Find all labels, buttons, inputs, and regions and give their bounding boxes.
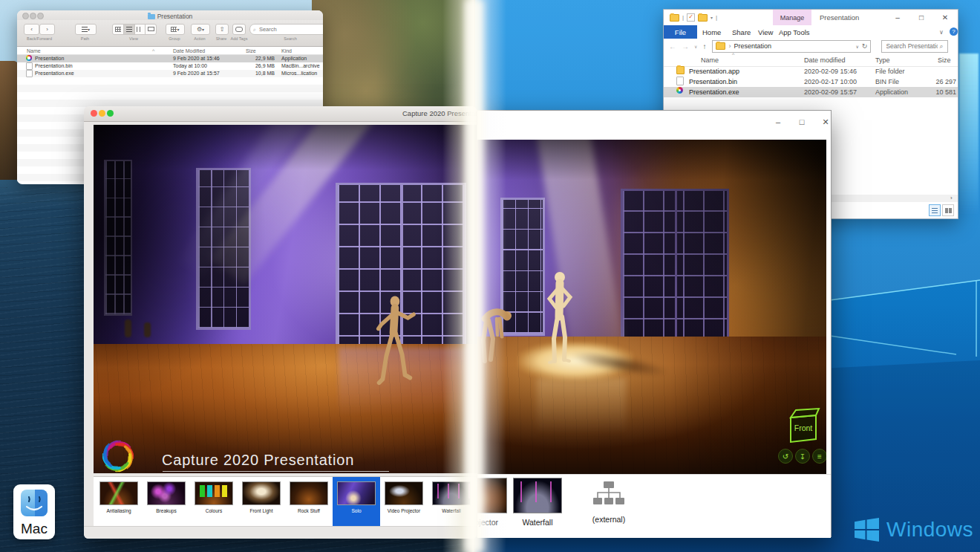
share-button[interactable]: ⇧: [215, 24, 229, 35]
ribbon-collapse-icon[interactable]: ∨: [939, 29, 944, 36]
details-view-toggle[interactable]: [929, 204, 941, 216]
mannequin-figure: [144, 322, 151, 337]
finder-column-headers: Name ^ Date Modified Size Kind: [17, 47, 323, 55]
scene-thumbnail[interactable]: Breakups: [145, 477, 188, 527]
explorer-titlebar[interactable]: | ✓ ▾| Manage Presentation – □ ✕: [664, 10, 958, 25]
pan-icon[interactable]: ↧: [795, 449, 810, 464]
path-button[interactable]: ▾: [75, 24, 97, 35]
breadcrumb[interactable]: Presentation: [734, 42, 771, 50]
table-row[interactable]: Presentation.binToday at 10:00 26,9 MBMa…: [17, 62, 323, 70]
scene-thumbnail[interactable]: Colours: [192, 477, 235, 527]
folder-icon[interactable]: [670, 14, 679, 22]
recent-locations-icon[interactable]: ∨: [694, 44, 697, 49]
scene-thumbnail[interactable]: Projector: [477, 475, 507, 527]
explorer-search-box[interactable]: ⌕: [881, 40, 948, 53]
column-header-kind[interactable]: Kind: [281, 48, 292, 53]
close-icon[interactable]: [91, 110, 97, 117]
capture-app-window-windows[interactable]: – □ ✕: [477, 110, 832, 537]
tab-home[interactable]: Home: [702, 25, 721, 39]
mannequin-standing: [540, 270, 578, 370]
icon-view-icon[interactable]: [113, 25, 124, 34]
exe-file-icon: [26, 70, 33, 77]
minimize-button[interactable]: –: [889, 11, 906, 24]
win-app-titlebar[interactable]: – □ ✕: [477, 111, 831, 133]
column-header-date[interactable]: Date Modified: [173, 48, 205, 53]
tab-view[interactable]: View: [758, 25, 773, 39]
menu-icon[interactable]: ≡: [812, 449, 826, 464]
forward-button[interactable]: ›: [39, 24, 55, 35]
refresh-icon[interactable]: ↻: [862, 42, 868, 50]
new-folder-icon[interactable]: [698, 14, 708, 22]
thumbnail-view-toggle[interactable]: [942, 204, 954, 216]
table-row[interactable]: Presentation.exe9 Feb 2020 at 15:57 10,8…: [17, 70, 323, 77]
view-segmented-control[interactable]: [112, 24, 157, 35]
table-row[interactable]: Presentation.app2020-02-09 15:46 File fo…: [664, 66, 958, 77]
manage-contextual-tab[interactable]: Manage: [773, 10, 811, 25]
mac-app-titlebar[interactable]: Capture 2020 Presentation: [84, 106, 477, 122]
tab-app-tools[interactable]: App Tools: [779, 25, 810, 39]
minimize-button[interactable]: –: [768, 115, 788, 129]
column-view-icon[interactable]: [135, 25, 146, 34]
properties-check-icon[interactable]: ✓: [687, 13, 695, 22]
scene-thumbnail-strip-mac: Antialiasing Breakups Colours Front Ligh…: [94, 476, 477, 527]
scene-thumbnail-strip-windows: Projector Waterfall (external): [477, 474, 831, 538]
scene-thumbnail[interactable]: Video Projector: [382, 477, 425, 527]
orbit-icon[interactable]: ↺: [778, 449, 793, 464]
help-icon[interactable]: ?: [950, 27, 958, 36]
windows-platform-brand: Windows: [854, 513, 980, 547]
close-button[interactable]: ✕: [936, 11, 954, 24]
folder-icon: [148, 14, 155, 19]
column-header-date[interactable]: Date modified: [804, 56, 846, 64]
address-box[interactable]: › Presentation ∨ ↻: [712, 40, 871, 53]
column-header-size[interactable]: Size: [938, 56, 951, 64]
add-tags-button[interactable]: [232, 24, 246, 35]
qat-dropdown-icon[interactable]: ▾: [710, 15, 713, 20]
column-header-name[interactable]: Name: [27, 48, 41, 53]
scene-thumbnail[interactable]: Front Light: [240, 477, 283, 527]
forward-button[interactable]: →: [682, 42, 689, 51]
search-input[interactable]: [258, 25, 323, 33]
gallery-view-icon[interactable]: [146, 25, 156, 34]
floor-reflection: [537, 377, 626, 444]
quick-access-toolbar[interactable]: | ✓ ▾|: [670, 13, 717, 22]
desktop-split-screenshot: Mac Windows Presentation ‹ › Back/Forwar: [0, 0, 980, 552]
finder-titlebar[interactable]: Presentation: [17, 10, 323, 20]
scene-thumbnail-external[interactable]: (external): [577, 475, 641, 524]
scene-thumbnail[interactable]: Waterfall: [513, 475, 562, 527]
column-header-type[interactable]: Type: [875, 56, 890, 64]
column-header-name[interactable]: Name: [701, 56, 719, 64]
scene-thumbnail[interactable]: Waterfall: [430, 477, 473, 527]
scroll-right-icon[interactable]: ›: [950, 195, 953, 201]
search-input[interactable]: [884, 42, 939, 51]
table-row[interactable]: Presentation.bin2020-02-17 10:00 BIN Fil…: [664, 77, 958, 87]
sort-caret-icon: ^: [152, 48, 154, 53]
up-button[interactable]: ↑: [702, 42, 706, 51]
address-dropdown-icon[interactable]: ∨: [855, 44, 858, 49]
view-cube[interactable]: Front: [782, 407, 820, 446]
table-row-selected[interactable]: Presentation.exe2020-02-09 15:57 Applica…: [664, 87, 958, 97]
back-button[interactable]: ←: [669, 42, 676, 51]
stage-window-right: [621, 189, 729, 343]
maximize-button[interactable]: □: [912, 11, 930, 24]
tab-share[interactable]: Share: [732, 25, 751, 39]
add-tags-label: Add Tags: [227, 36, 251, 41]
table-row[interactable]: Presentation9 Feb 2020 at 15:46 22,9 MBA…: [17, 55, 323, 62]
scene-thumbnail[interactable]: Rock Stuff: [287, 477, 330, 527]
close-button[interactable]: ✕: [816, 115, 835, 129]
column-header-size[interactable]: Size: [246, 48, 256, 53]
capture-app-window-mac[interactable]: Capture 2020 Presentation: [84, 106, 477, 539]
group-button[interactable]: ▾: [166, 24, 185, 35]
list-view-icon[interactable]: [124, 25, 135, 34]
scene-thumbnail[interactable]: Antialiasing: [97, 477, 140, 527]
scene-thumbnail-selected[interactable]: Solo: [333, 477, 380, 527]
maximize-button[interactable]: □: [792, 115, 811, 129]
capture-logo: [98, 438, 138, 473]
zoom-icon[interactable]: [107, 110, 114, 117]
action-button[interactable]: ⚙▾: [191, 24, 210, 35]
back-button[interactable]: ‹: [24, 24, 39, 35]
finder-search-field[interactable]: ⌕: [249, 24, 323, 35]
minimize-icon[interactable]: [99, 110, 105, 117]
stage-render-viewport-windows[interactable]: Front ↺ ↧ ≡: [477, 140, 826, 474]
stage-render-viewport-mac[interactable]: Capture 2020 Presentation March 2020 Cha…: [94, 125, 477, 473]
tab-file[interactable]: File: [664, 25, 697, 39]
